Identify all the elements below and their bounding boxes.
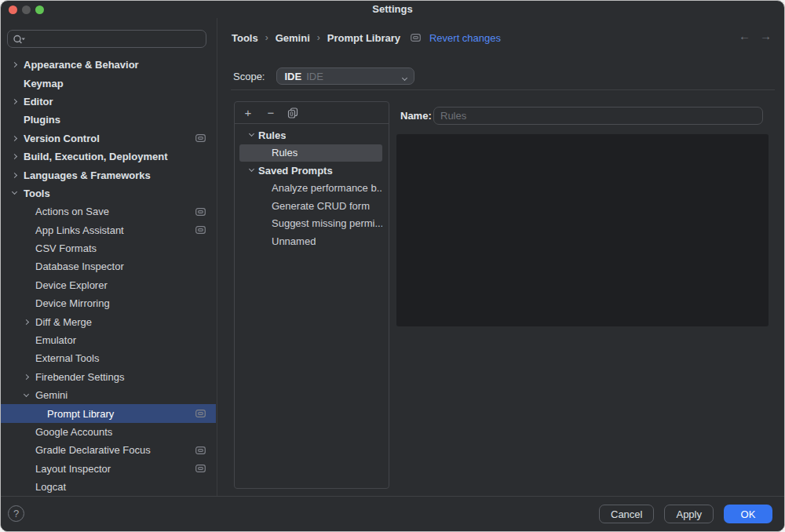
chevron-icon (12, 172, 17, 177)
cancel-button[interactable]: Cancel (599, 505, 654, 523)
sidebar-item[interactable]: Languages & Frameworks (1, 166, 216, 184)
tree-row[interactable]: Analyze performance b... (239, 180, 382, 198)
sidebar-item[interactable]: Version Control (1, 129, 216, 148)
name-input[interactable] (433, 107, 763, 125)
monitor-icon (195, 134, 206, 142)
tree-row[interactable]: Unnamed (239, 232, 382, 250)
apply-button[interactable]: Apply (664, 505, 714, 523)
breadcrumb-gemini[interactable]: Gemini (276, 32, 310, 44)
sidebar-item[interactable]: Firebender Settings (1, 368, 216, 386)
search-icon (13, 34, 26, 45)
sidebar-item[interactable]: Google Accounts (1, 423, 216, 441)
sidebar-item-label: App Links Assistant (35, 224, 124, 236)
monitor-icon (195, 208, 206, 216)
sidebar-item[interactable]: Emulator (1, 331, 216, 349)
sidebar-item-label: Keymap (24, 78, 64, 89)
prompt-tree-pane: + − Rules Rules (234, 101, 389, 489)
sidebar-item[interactable]: App Links Assistant (1, 221, 216, 239)
add-button[interactable]: + (242, 107, 254, 119)
sidebar-item[interactable]: Tools (1, 184, 216, 202)
breadcrumb-prompt-library: Prompt Library (327, 32, 400, 44)
monitor-icon (195, 446, 206, 454)
sidebar-item-label: Gradle Declarative Focus (35, 444, 151, 456)
sidebar-item-label: Appearance & Behavior (24, 59, 139, 71)
ok-button[interactable]: OK (724, 505, 772, 523)
section-divider (231, 89, 775, 90)
sidebar-item-label: Build, Execution, Deployment (24, 151, 167, 162)
tree-row-label: Generate CRUD form (272, 200, 370, 212)
sidebar-item[interactable]: Diff & Merge (1, 312, 216, 330)
sidebar-item-label: Database Inspector (35, 261, 124, 272)
chevron-icon (12, 62, 17, 67)
monitor-icon (195, 465, 206, 472)
chevron-icon (24, 392, 29, 397)
sidebar-item[interactable]: CSV Formats (1, 239, 216, 257)
back-arrow-icon[interactable]: ← (739, 29, 750, 42)
sidebar-item[interactable]: Database Inspector (1, 257, 216, 275)
sidebar-item[interactable]: Actions on Save (1, 202, 216, 220)
sidebar-item[interactable]: Plugins (1, 111, 216, 129)
sidebar-item[interactable]: Keymap (1, 74, 216, 92)
chevron-down-icon (402, 75, 407, 80)
tree-toolbar: + − (235, 102, 389, 124)
scope-hint: IDE (306, 71, 323, 82)
sidebar-item[interactable]: Gemini (1, 386, 216, 404)
sidebar-item[interactable]: Gradle Declarative Focus (1, 441, 216, 459)
sidebar-item-label: Google Accounts (35, 426, 112, 438)
sidebar-item[interactable]: Device Mirroring (1, 294, 216, 312)
scope-dropdown[interactable]: IDE IDE (276, 67, 414, 85)
sidebar-item[interactable]: Build, Execution, Deployment (1, 148, 216, 166)
sidebar-item-label: Languages & Frameworks (24, 169, 151, 181)
sidebar-item[interactable]: Appearance & Behavior (1, 56, 216, 74)
history-nav: ← → (739, 29, 772, 42)
sidebar-item[interactable]: Editor (1, 93, 216, 111)
window-title: Settings (1, 3, 784, 15)
tree-row-label: Suggest missing permi... (272, 217, 382, 229)
tree-row[interactable]: Rules (239, 126, 382, 144)
help-button[interactable]: ? (8, 505, 24, 522)
chevron-icon (12, 189, 17, 195)
sidebar-item-label: Editor (24, 96, 53, 107)
sidebar-item-label: Version Control (24, 133, 100, 144)
tree-row-label: Saved Prompts (258, 165, 333, 177)
tree-row[interactable]: Generate CRUD form (239, 197, 382, 215)
forward-arrow-icon[interactable]: → (760, 29, 772, 42)
scope-row: Scope: IDE IDE (233, 67, 414, 85)
chevron-icon (12, 136, 17, 141)
breadcrumb-tools[interactable]: Tools (232, 32, 258, 44)
sidebar-item[interactable]: Prompt Library (1, 404, 216, 422)
name-label: Name: (400, 110, 432, 122)
tree-row[interactable]: Saved Prompts (239, 162, 382, 180)
tree-row-label: Rules (258, 129, 286, 141)
breadcrumb-separator: › (265, 32, 268, 43)
chevron-icon (24, 374, 29, 380)
duplicate-button[interactable] (287, 107, 300, 118)
breadcrumb-separator: › (317, 32, 320, 43)
settings-sidebar: Appearance & Behavior Keymap Editor Plug… (1, 18, 217, 496)
sidebar-item[interactable]: Layout Inspector (1, 460, 216, 478)
settings-search[interactable] (7, 30, 206, 48)
chevron-icon (248, 131, 254, 137)
chevron-icon (12, 99, 17, 104)
revert-changes-link[interactable]: Revert changes (429, 32, 501, 44)
sidebar-item-label: CSV Formats (35, 242, 97, 254)
sidebar-item-label: Emulator (35, 334, 76, 346)
titlebar: Settings (1, 1, 784, 18)
search-input[interactable] (29, 32, 201, 46)
prompt-text-editor[interactable] (396, 134, 769, 326)
sidebar-item[interactable]: External Tools (1, 349, 216, 367)
sidebar-item-label: Plugins (24, 114, 60, 126)
settings-nav: Appearance & Behavior Keymap Editor Plug… (1, 56, 216, 496)
tree-row[interactable]: Suggest missing permi... (239, 215, 382, 233)
sidebar-item-label: Tools (24, 188, 50, 199)
tree-row[interactable]: Rules (239, 144, 382, 162)
question-mark-icon: ? (13, 508, 19, 519)
tree-row-label: Rules (272, 147, 298, 159)
sidebar-item-label: Logcat (35, 481, 66, 493)
sidebar-item[interactable]: Logcat (1, 478, 216, 496)
sidebar-item-label: Actions on Save (35, 206, 109, 217)
monitor-icon (195, 226, 206, 234)
settings-main: Tools › Gemini › Prompt Library Revert c… (218, 18, 784, 496)
remove-button[interactable]: − (265, 107, 277, 119)
sidebar-item[interactable]: Device Explorer (1, 276, 216, 294)
